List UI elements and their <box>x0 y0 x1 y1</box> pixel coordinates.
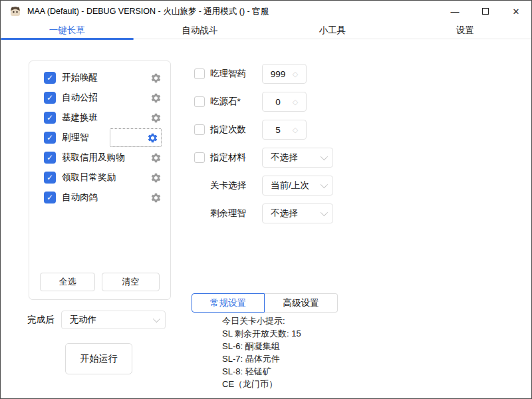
check-icon: ✓ <box>47 194 53 201</box>
material-value: 不选择 <box>271 152 321 164</box>
check-icon: ✓ <box>47 114 53 122</box>
checkbox-checked[interactable]: ✓ <box>44 192 56 203</box>
task-label: 开始唤醒 <box>62 72 98 84</box>
gear-icon[interactable] <box>150 92 162 104</box>
tab-tools[interactable]: 小工具 <box>266 22 399 39</box>
checkbox-unchecked[interactable] <box>194 124 205 135</box>
chevron-down-icon <box>152 315 160 323</box>
task-label: 基建换班 <box>62 112 98 124</box>
gear-icon[interactable] <box>150 112 162 124</box>
spinner-icon[interactable]: ◇ <box>289 126 301 134</box>
after-action-row: 完成后 无动作 <box>27 311 166 329</box>
checkbox-checked[interactable]: ✓ <box>44 152 56 164</box>
minimize-button[interactable]: — <box>440 1 470 22</box>
tab-advanced-settings[interactable]: 高级设置 <box>265 293 338 313</box>
task-label: 获取信用及购物 <box>62 152 125 164</box>
stage-value: 当前/上次 <box>271 180 321 192</box>
fight-row-medicine: 吃理智药 ◇ <box>194 64 307 84</box>
tab-farming[interactable]: 一键长草 <box>1 22 134 39</box>
remain-sanity-select[interactable]: 不选择 <box>262 203 333 223</box>
maximize-icon <box>482 8 489 15</box>
check-icon: ✓ <box>47 94 53 102</box>
checkbox-unchecked[interactable] <box>194 68 205 79</box>
tab-settings[interactable]: 设置 <box>399 22 532 39</box>
material-select[interactable]: 不选择 <box>262 148 333 168</box>
fight-row-times: 指定次数 ◇ <box>194 120 307 140</box>
task-row-roguelike: ✓ 自动肉鸽 <box>29 188 170 207</box>
task-row-recruit: ✓ 自动公招 <box>29 88 170 108</box>
task-row-infrast: ✓ 基建换班 <box>29 108 170 128</box>
checkbox-checked[interactable]: ✓ <box>44 132 56 144</box>
window-title: MAA (Default) - DEBUG VERSION - 火山旅梦 - 通… <box>27 6 269 17</box>
chevron-down-icon <box>321 209 328 216</box>
after-action-label: 完成后 <box>27 314 55 326</box>
medicine-stepper[interactable]: ◇ <box>262 64 307 84</box>
spinner-icon[interactable]: ◇ <box>289 70 301 78</box>
tip-line: 今日关卡小提示: <box>222 315 301 327</box>
chevron-down-icon <box>321 181 328 188</box>
window-controls: — ✕ <box>440 1 531 22</box>
gear-icon[interactable] <box>150 192 162 203</box>
fight-row-remain-sanity: 剩余理智 不选择 <box>194 203 333 223</box>
check-icon: ✓ <box>47 154 53 162</box>
maximize-button[interactable] <box>470 1 501 22</box>
main-nav-tabs: 一键长草 自动战斗 小工具 设置 <box>1 22 531 39</box>
task-row-mall: ✓ 获取信用及购物 <box>29 148 170 168</box>
after-action-value: 无动作 <box>70 314 153 326</box>
gear-icon[interactable] <box>150 152 162 164</box>
stone-stepper[interactable]: ◇ <box>262 92 307 112</box>
check-icon: ✓ <box>47 134 53 142</box>
stone-input[interactable] <box>263 97 289 107</box>
after-action-select[interactable]: 无动作 <box>61 311 166 329</box>
app-window: MAA (Default) - DEBUG VERSION - 火山旅梦 - 通… <box>0 0 532 399</box>
checkbox-spacer <box>194 208 205 219</box>
gear-icon[interactable] <box>150 72 162 84</box>
fight-row-material: 指定材料 不选择 <box>194 148 333 168</box>
remain-sanity-value: 不选择 <box>271 207 321 219</box>
fight-row-stage: 关卡选择 当前/上次 <box>194 176 333 196</box>
task-label: 刷理智 <box>62 132 89 144</box>
medicine-input[interactable] <box>263 69 289 79</box>
task-list-panel: ✓ 开始唤醒 ✓ 自动公招 ✓ 基建换班 ✓ 刷理智 ✓ 获取信 <box>29 61 171 300</box>
fight-row-stone: 吃源石* ◇ <box>194 92 307 112</box>
close-button[interactable]: ✕ <box>501 1 531 22</box>
app-logo-icon <box>9 5 22 18</box>
times-stepper[interactable]: ◇ <box>262 120 307 140</box>
checkbox-unchecked[interactable] <box>194 96 205 107</box>
fight-label: 吃源石* <box>210 96 262 108</box>
fight-label: 关卡选择 <box>210 180 262 192</box>
checkbox-checked[interactable]: ✓ <box>44 72 56 84</box>
task-list: ✓ 开始唤醒 ✓ 自动公招 ✓ 基建换班 ✓ 刷理智 ✓ 获取信 <box>29 61 170 207</box>
checkbox-checked[interactable]: ✓ <box>44 112 56 124</box>
task-row-award: ✓ 领取日常奖励 <box>29 168 170 188</box>
checkbox-checked[interactable]: ✓ <box>44 172 56 184</box>
task-label: 领取日常奖励 <box>62 172 116 184</box>
settings-tabs: 常规设置 高级设置 <box>192 293 338 313</box>
check-icon: ✓ <box>47 174 53 182</box>
stage-tips: 今日关卡小提示: SL 剩余开放天数: 15 SL-6: 酮凝集组 SL-7: … <box>222 315 301 390</box>
task-label: 自动肉鸽 <box>62 192 98 203</box>
tab-general-settings[interactable]: 常规设置 <box>192 293 265 313</box>
clear-button[interactable]: 清空 <box>102 273 160 291</box>
task-row-fight: ✓ 刷理智 <box>29 128 170 148</box>
title-bar: MAA (Default) - DEBUG VERSION - 火山旅梦 - 通… <box>1 1 531 22</box>
times-input[interactable] <box>263 125 289 135</box>
stage-select[interactable]: 当前/上次 <box>262 176 333 196</box>
checkbox-unchecked[interactable] <box>194 152 205 163</box>
checkbox-spacer <box>194 180 205 191</box>
tip-line: SL-7: 晶体元件 <box>222 352 301 365</box>
tip-line: CE（龙门币） <box>222 378 301 390</box>
spinner-icon[interactable]: ◇ <box>289 98 301 106</box>
fight-label: 吃理智药 <box>210 68 262 80</box>
gear-icon[interactable] <box>150 172 162 184</box>
gear-icon-active <box>147 132 158 144</box>
gear-focus-outline[interactable] <box>110 128 162 147</box>
select-all-button[interactable]: 全选 <box>40 273 95 291</box>
tab-copilot[interactable]: 自动战斗 <box>134 22 267 39</box>
checkbox-checked[interactable]: ✓ <box>44 92 56 104</box>
start-run-button[interactable]: 开始运行 <box>65 343 132 374</box>
fight-label: 指定次数 <box>210 124 262 136</box>
tip-line: SL 剩余开放天数: 15 <box>222 327 301 340</box>
panel-buttons: 全选 清空 <box>29 273 170 291</box>
tip-line: SL-8: 轻锰矿 <box>222 365 301 378</box>
